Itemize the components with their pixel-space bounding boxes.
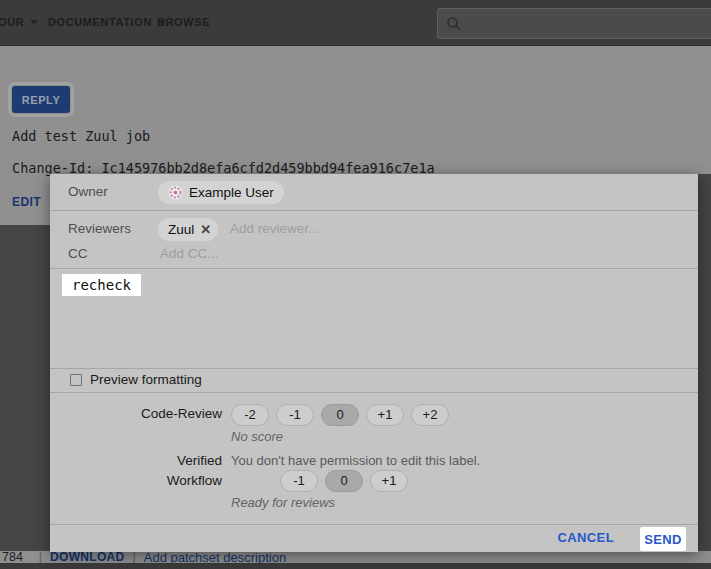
workflow-minus1-button[interactable]: -1 [280, 470, 318, 492]
search-input[interactable] [437, 8, 711, 39]
workflow-hint: Ready for reviews [231, 495, 335, 510]
code-review-label: Code-Review [62, 406, 222, 421]
nav-menu-your-label: OUR [0, 16, 24, 28]
patchset-action-bar: 784 | DOWNLOAD | Add patchset descriptio… [0, 551, 711, 563]
reply-button[interactable]: REPLY [12, 86, 70, 113]
divider [50, 368, 698, 369]
code-review-buttons: -2 -1 0 +1 +2 [231, 404, 449, 426]
separator: | [31, 550, 50, 564]
commit-subject: Add test Zuul job [12, 128, 150, 144]
cc-label: CC [68, 246, 88, 261]
reviewer-chip-name: Zuul [168, 222, 194, 237]
add-cc-input[interactable]: Add CC... [160, 246, 219, 261]
nav-menu-your[interactable]: OUR [0, 16, 38, 28]
owner-chip: Example User [158, 181, 284, 204]
code-review-minus1-button[interactable]: -1 [276, 404, 314, 426]
code-review-hint: No score [231, 429, 283, 444]
separator: | [125, 550, 144, 564]
reply-dialog: Owner Example User Reviewers Zuul ✕ Add … [50, 174, 698, 552]
page-bottom-strip [0, 563, 711, 569]
nav-menu-documentation[interactable]: DOCUMENTATION [48, 16, 166, 28]
patchset-number: 784 [0, 550, 31, 564]
workflow-zero-button[interactable]: 0 [325, 470, 363, 492]
gerrit-screen: OUR DOCUMENTATION BROWSE REPLY Add test … [0, 0, 711, 569]
reviewer-chip-zuul: Zuul ✕ [158, 218, 218, 241]
download-link[interactable]: DOWNLOAD [50, 550, 124, 564]
preview-formatting-row: Preview formatting [70, 372, 202, 387]
preview-formatting-label: Preview formatting [90, 372, 202, 387]
edit-link[interactable]: EDIT [12, 195, 41, 209]
workflow-label: Workflow [62, 473, 222, 488]
code-review-plus1-button[interactable]: +1 [366, 404, 404, 426]
reviewers-label: Reviewers [68, 221, 131, 236]
divider [50, 392, 698, 393]
preview-formatting-checkbox[interactable] [70, 374, 82, 386]
divider [50, 210, 698, 211]
verified-permission-text: You don't have permission to edit this l… [231, 453, 480, 468]
remove-reviewer-icon[interactable]: ✕ [200, 222, 211, 237]
code-review-minus2-button[interactable]: -2 [231, 404, 269, 426]
divider [50, 268, 698, 269]
nav-menu-documentation-label: DOCUMENTATION [48, 16, 152, 28]
page-content-dimmed [0, 46, 711, 174]
nav-menu-browse[interactable]: BROWSE [157, 16, 210, 28]
workflow-buttons: -1 0 +1 [280, 470, 408, 492]
send-button[interactable]: SEND [640, 527, 686, 551]
owner-chip-name: Example User [189, 185, 274, 200]
code-review-zero-button[interactable]: 0 [321, 404, 359, 426]
reply-message-textarea[interactable]: recheck [62, 274, 141, 296]
search-icon [446, 16, 462, 32]
workflow-plus1-button[interactable]: +1 [370, 470, 408, 492]
owner-label: Owner [68, 184, 108, 199]
avatar [168, 185, 183, 200]
add-reviewer-input[interactable]: Add reviewer... [230, 221, 319, 236]
cancel-button[interactable]: CANCEL [557, 530, 614, 545]
chevron-down-icon [30, 20, 38, 25]
nav-menu-browse-label: BROWSE [157, 16, 210, 28]
verified-label: Verified [62, 453, 222, 468]
code-review-plus2-button[interactable]: +2 [411, 404, 449, 426]
top-navigation-bar: OUR DOCUMENTATION BROWSE [0, 0, 711, 46]
divider [50, 524, 698, 525]
